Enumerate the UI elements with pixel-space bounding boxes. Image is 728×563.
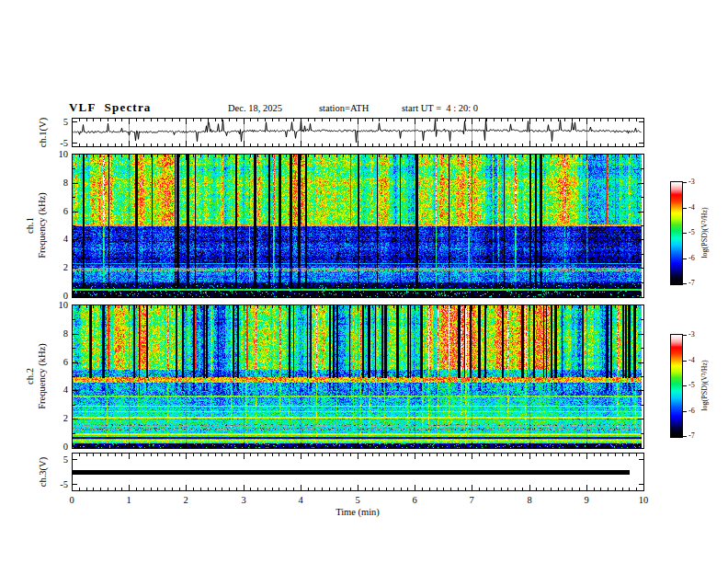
ch2-colorbar-gradient bbox=[671, 335, 682, 437]
x-tick-label: 7 bbox=[461, 494, 482, 506]
ch1-colorbar-tick bbox=[683, 283, 687, 284]
figure-date: Dec. 18, 2025 bbox=[228, 103, 282, 113]
ch1-colorbar-tick bbox=[683, 208, 687, 209]
ch2-spectrogram-ytick-label: 2 bbox=[49, 412, 68, 424]
ch1-spectrogram-ytick-label: 10 bbox=[49, 148, 68, 160]
ch1-spectrogram-canvas bbox=[73, 155, 643, 297]
ch2-channel-label: ch.2 bbox=[25, 343, 37, 408]
ch2-colorbar-tick bbox=[683, 335, 687, 336]
ch1-colorbar-tick-label: -5 bbox=[688, 228, 705, 237]
ch3-voltage-canvas bbox=[73, 454, 643, 490]
ch1-voltage-ylabel: ch.1(V) bbox=[38, 118, 50, 147]
ch1-frequency-axis-label: Frequency (kHz) bbox=[37, 192, 49, 258]
ch1-spectrogram-ytick-label: 8 bbox=[49, 177, 68, 189]
ch1-colorbar-tick-label: -3 bbox=[688, 178, 705, 187]
ch1-colorbar-tick bbox=[683, 233, 687, 234]
panel-ch1-spectrogram bbox=[72, 154, 644, 298]
ch2-colorbar-tick bbox=[683, 385, 687, 386]
ch2-colorbar-tick-label: -4 bbox=[688, 356, 705, 365]
ch1-colorbar-tick bbox=[683, 259, 687, 259]
ch1-spectrogram-ylabel: ch.1 Frequency (kHz) bbox=[25, 192, 48, 258]
x-tick-label: 9 bbox=[576, 494, 597, 506]
ch2-spectrogram-ytick-label: 6 bbox=[49, 356, 68, 368]
ch2-spectrogram-ylabel: ch.2 Frequency (kHz) bbox=[25, 343, 48, 408]
ch2-colorbar-tick-label: -7 bbox=[688, 431, 705, 441]
ch2-colorbar-tick bbox=[683, 436, 687, 437]
ch1-colorbar-tick bbox=[683, 182, 687, 183]
figure-station: station=ATH bbox=[319, 103, 369, 113]
ch3-voltage-ylabel: ch.3(V) bbox=[38, 457, 50, 487]
figure-title: VLF Spectra bbox=[69, 100, 152, 115]
ch2-spectrogram-ytick-label: 4 bbox=[49, 384, 68, 396]
ch2-colorbar bbox=[670, 334, 683, 438]
x-tick-label: 4 bbox=[290, 494, 311, 506]
ch1-spectrogram-ytick-label: 6 bbox=[49, 205, 68, 217]
ch2-colorbar-tick bbox=[683, 411, 687, 412]
x-tick-label: 6 bbox=[404, 494, 425, 506]
ch2-frequency-axis-label: Frequency (kHz) bbox=[37, 343, 49, 408]
panel-ch1-voltage bbox=[72, 118, 644, 147]
figure-start-ut: start UT = 4 : 20: 0 bbox=[402, 103, 478, 113]
ch2-colorbar-tick-label: -5 bbox=[688, 381, 705, 390]
x-tick-label: 5 bbox=[347, 494, 368, 506]
ch1-spectrogram-ytick-label: 4 bbox=[49, 233, 68, 245]
ch2-colorbar-tick-label: -3 bbox=[688, 330, 705, 339]
vlf-spectra-figure: VLF Spectra Dec. 18, 2025 station=ATH st… bbox=[0, 0, 728, 563]
ch3-voltage-ytick-bottom: -5 bbox=[49, 478, 68, 490]
x-tick-label: 3 bbox=[233, 494, 254, 506]
ch1-colorbar-tick-label: -7 bbox=[688, 279, 705, 288]
panel-ch2-spectrogram bbox=[72, 304, 644, 449]
x-tick-label: 1 bbox=[119, 494, 139, 506]
ch1-colorbar-tick-label: -4 bbox=[688, 203, 705, 213]
ch2-spectrogram-ytick-label: 8 bbox=[49, 327, 68, 339]
ch1-voltage-canvas bbox=[73, 119, 643, 146]
x-tick-label: 2 bbox=[176, 494, 196, 506]
ch1-channel-label: ch.1 bbox=[25, 192, 37, 258]
ch1-spectrogram-ytick-label: 2 bbox=[49, 261, 68, 273]
ch1-colorbar bbox=[670, 181, 683, 285]
ch2-spectrogram-ytick-label: 10 bbox=[49, 299, 68, 311]
ch2-spectrogram-canvas bbox=[73, 305, 643, 448]
ch2-colorbar-tick bbox=[683, 361, 687, 362]
ch2-spectrogram-ytick-label: 0 bbox=[49, 441, 68, 453]
ch3-voltage-ytick-top: 5 bbox=[49, 454, 68, 465]
x-tick-label: 0 bbox=[62, 494, 82, 506]
ch2-colorbar-tick-label: -6 bbox=[688, 407, 705, 416]
x-tick-label: 8 bbox=[519, 494, 540, 506]
ch1-colorbar-tick-label: -6 bbox=[688, 254, 705, 263]
panel-ch3-voltage bbox=[72, 453, 644, 491]
x-tick-label: 10 bbox=[633, 494, 654, 506]
x-axis-title: Time (min) bbox=[275, 507, 440, 517]
ch1-voltage-ytick-top: 5 bbox=[49, 116, 68, 128]
ch1-colorbar-gradient bbox=[671, 182, 682, 284]
